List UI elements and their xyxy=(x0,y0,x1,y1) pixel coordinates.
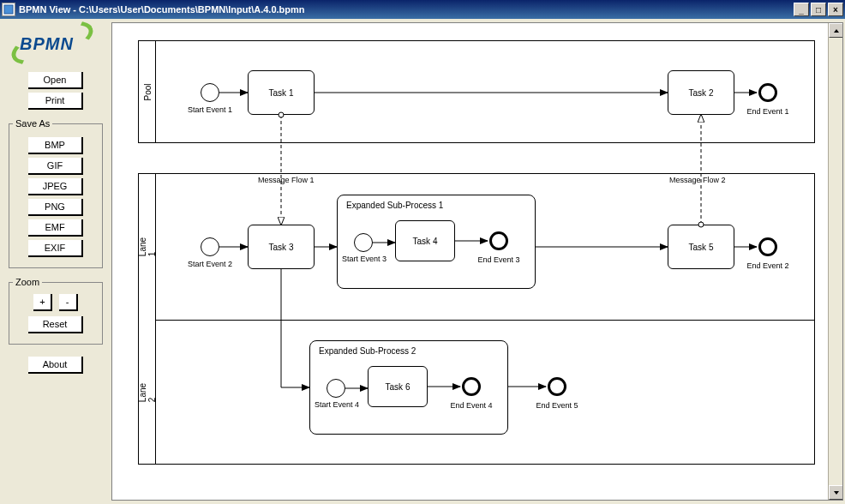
close-button[interactable]: × xyxy=(828,3,843,16)
saveas-group: Save As BMP GIF JPEG PNG EMF EXIF xyxy=(9,118,103,268)
titlebar: BPMN View - C:\Users\User\Documents\BPMN… xyxy=(0,0,845,19)
maximize-button[interactable]: □ xyxy=(811,3,826,16)
zoom-group: Zoom + - Reset xyxy=(9,277,103,345)
pool-1-label: Pool xyxy=(139,41,156,142)
svg-rect-0 xyxy=(4,5,13,14)
print-button[interactable]: Print xyxy=(28,93,83,110)
save-exif-button[interactable]: EXIF xyxy=(28,240,83,257)
message-flow-2-label: Message Flow 2 xyxy=(669,176,726,184)
end-event-4-label: End Event 4 xyxy=(450,401,493,410)
start-event-2[interactable] xyxy=(201,237,219,256)
end-event-5[interactable] xyxy=(548,377,566,396)
save-png-button[interactable]: PNG xyxy=(28,199,83,216)
save-bmp-button[interactable]: BMP xyxy=(28,137,83,154)
task-3[interactable]: Task 3 xyxy=(248,225,315,269)
lane-2-label: Lane 2 xyxy=(139,320,156,465)
logo-text: BPMN xyxy=(20,34,74,54)
app-icon xyxy=(2,3,15,16)
zoom-legend: Zoom xyxy=(13,277,42,287)
start-event-3[interactable] xyxy=(354,233,373,252)
task-1[interactable]: Task 1 xyxy=(248,70,315,115)
task-2[interactable]: Task 2 xyxy=(668,70,734,115)
open-button[interactable]: Open xyxy=(28,72,83,89)
vertical-scrollbar[interactable] xyxy=(828,23,842,500)
task-4[interactable]: Task 4 xyxy=(395,220,455,261)
save-emf-button[interactable]: EMF xyxy=(28,219,83,237)
about-button[interactable]: About xyxy=(28,357,83,374)
start-event-3-label: Start Event 3 xyxy=(342,255,385,263)
sidebar: BPMN Open Print Save As BMP GIF JPEG PNG… xyxy=(0,19,111,504)
zoom-out-button[interactable]: - xyxy=(59,294,78,311)
end-event-3[interactable] xyxy=(489,231,508,250)
zoom-reset-button[interactable]: Reset xyxy=(28,316,83,333)
start-event-1-label: Start Event 1 xyxy=(188,105,232,114)
end-event-1-label: End Event 1 xyxy=(746,107,789,116)
logo: BPMN xyxy=(13,27,99,62)
end-event-2-label: End Event 2 xyxy=(746,261,789,270)
window-title: BPMN View - C:\Users\User\Documents\BPMN… xyxy=(19,4,792,15)
end-event-1[interactable] xyxy=(758,83,777,102)
task-6[interactable]: Task 6 xyxy=(368,366,428,407)
start-event-4[interactable] xyxy=(327,379,345,398)
lane-1-label: Lane 1 xyxy=(139,174,156,320)
save-jpeg-button[interactable]: JPEG xyxy=(28,178,83,195)
end-event-5-label: End Event 5 xyxy=(536,401,578,410)
scroll-up-button[interactable] xyxy=(829,23,843,38)
start-event-2-label: Start Event 2 xyxy=(188,260,232,268)
save-gif-button[interactable]: GIF xyxy=(28,158,83,175)
diagram-canvas[interactable]: Pool Start Event 1 Task 1 Task 2 End Eve… xyxy=(112,23,828,500)
end-event-4[interactable] xyxy=(462,377,481,396)
lane-divider xyxy=(156,320,814,321)
saveas-legend: Save As xyxy=(13,118,52,129)
zoom-in-button[interactable]: + xyxy=(33,294,52,311)
start-event-1[interactable] xyxy=(201,83,219,102)
message-flow-1-label: Message Flow 1 xyxy=(258,176,315,184)
task-5[interactable]: Task 5 xyxy=(668,225,734,269)
start-event-4-label: Start Event 4 xyxy=(315,400,357,409)
scroll-down-button[interactable] xyxy=(829,485,843,500)
end-event-3-label: End Event 3 xyxy=(477,255,520,264)
canvas-area: Pool Start Event 1 Task 1 Task 2 End Eve… xyxy=(111,22,843,501)
minimize-button[interactable]: _ xyxy=(794,3,809,16)
subprocess-1-title: Expanded Sub-Process 1 xyxy=(346,201,443,210)
end-event-2[interactable] xyxy=(758,237,777,256)
subprocess-2-title: Expanded Sub-Process 2 xyxy=(319,346,416,356)
